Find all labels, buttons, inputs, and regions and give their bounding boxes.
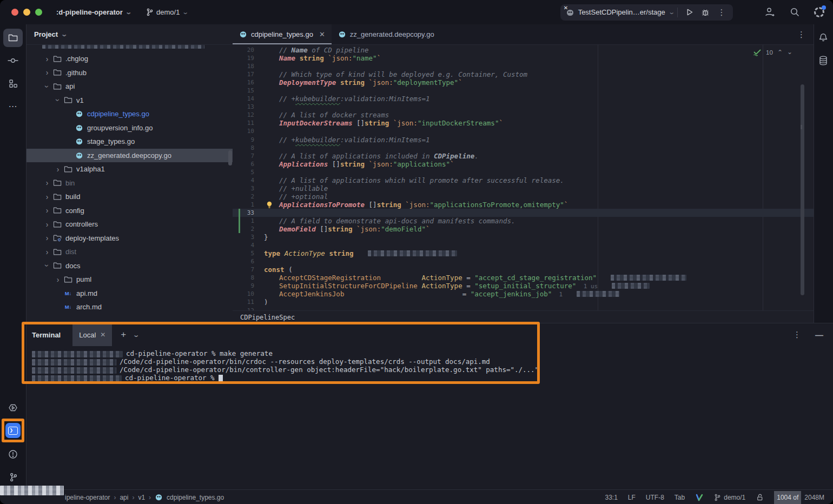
tree-item-dist[interactable]: ›dist — [27, 245, 233, 259]
hide-terminal-button[interactable]: — — [815, 330, 823, 340]
indent-style[interactable]: Tab — [675, 494, 685, 501]
code-line[interactable]: 6Applications []string `json:"applicatio… — [233, 160, 814, 168]
inspection-widget[interactable]: 10 ⌃ ⌃ — [753, 49, 792, 56]
chevron-right-icon[interactable]: › — [42, 206, 52, 215]
code-line-caret[interactable]: 33 — [233, 209, 814, 217]
tree-item-cdpipeline_types.go[interactable]: cdpipeline_types.go — [27, 107, 233, 121]
code-line[interactable]: 7// A list of applications included in C… — [233, 152, 814, 160]
code-lines[interactable]: 20// Name of CD pipeline19Name string `j… — [233, 46, 814, 310]
terminal-output[interactable]: cd-pipeline-operator % make generate/Cod… — [27, 346, 833, 382]
project-panel-header[interactable]: Project ⌄ — [27, 24, 233, 45]
run-tool-button[interactable] — [3, 399, 23, 417]
chevron-right-icon[interactable]: › — [42, 178, 52, 187]
code-line[interactable]: 4 — [233, 241, 814, 249]
code-line[interactable]: 11InputDockerStreams []string `json:"inp… — [233, 119, 814, 127]
search-icon[interactable] — [790, 7, 800, 17]
code-line[interactable]: 1// A field to demonstrate api-docs and … — [233, 217, 814, 225]
code-line[interactable]: 11) — [233, 298, 814, 306]
code-line[interactable]: 10 — [233, 127, 814, 135]
code-line[interactable]: 9// +kubebuilder:validation:MinItems=1 — [233, 136, 814, 144]
file-encoding[interactable]: UTF-8 — [646, 494, 664, 501]
code-line[interactable]: 9SetupInitialStructureForCDPipeline Acti… — [233, 282, 814, 290]
terminal-tool-button[interactable] — [3, 421, 23, 440]
tab-cdpipeline-types[interactable]: cdpipeline_types.go ✕ — [233, 24, 332, 44]
more-tools-button[interactable]: ⋯ — [3, 97, 23, 115]
tree-item-v1alpha1[interactable]: ›v1alpha1 — [27, 162, 233, 176]
code-line[interactable]: 13 — [233, 103, 814, 111]
editor-scrollbar-thumb[interactable] — [801, 84, 804, 295]
tree-item-v1[interactable]: ›v1 — [27, 94, 233, 108]
tree-item-.chglog[interactable]: ›.chglog — [27, 52, 233, 66]
chevron-right-icon[interactable]: › — [42, 220, 52, 229]
line-separator[interactable]: LF — [628, 494, 636, 501]
close-terminal-tab-icon[interactable]: ✕ — [100, 331, 105, 339]
tree-item-redacted[interactable] — [27, 45, 233, 52]
code-line[interactable]: 14// +kubebuilder:validation:MinItems=1 — [233, 95, 814, 103]
code-line[interactable]: 12// A list of docker streams — [233, 111, 814, 119]
code-line[interactable]: 1ApplicationsToPromote []string `json:"a… — [233, 201, 814, 209]
proofread-check-icon[interactable] — [695, 494, 704, 501]
editor-options-button[interactable]: ⋮ — [789, 24, 814, 44]
tree-item-api[interactable]: ›api — [27, 79, 233, 94]
minimize-window-button[interactable] — [23, 9, 30, 16]
prev-problem-icon[interactable]: ⌃ — [777, 49, 783, 56]
status-branch-widget[interactable]: demo/1 — [714, 494, 745, 501]
code-line[interactable]: 8 — [233, 144, 814, 152]
close-tab-icon[interactable]: ✕ — [319, 30, 325, 38]
chevron-right-icon[interactable]: › — [53, 275, 63, 284]
next-problem-icon[interactable]: ⌃ — [787, 48, 792, 55]
code-line[interactable]: 15 — [233, 87, 814, 95]
code-line[interactable]: 19Name string `json:"name"` — [233, 54, 814, 62]
code-line[interactable]: 10AcceptJenkinsJob = "accept_jenkins_job… — [233, 290, 814, 298]
branch-widget[interactable]: demo/1 ⌄ — [146, 8, 188, 16]
run-configuration-name[interactable]: TestSetCDPipelin…er/stage — [578, 8, 665, 16]
run-button[interactable] — [681, 5, 697, 19]
code-line[interactable]: 20// Name of CD pipeline — [233, 46, 814, 54]
new-terminal-button[interactable]: + — [121, 329, 126, 340]
memory-indicator[interactable]: 1004 of 2048M — [774, 490, 828, 504]
editor-breadcrumb[interactable]: CDPipelineSpec — [233, 310, 814, 323]
chevron-right-icon[interactable]: › — [53, 165, 63, 174]
add-user-icon[interactable] — [764, 7, 776, 17]
tree-item-stage_types.go[interactable]: stage_types.go — [27, 135, 233, 149]
commit-tool-button[interactable] — [3, 51, 23, 70]
intention-bulb-icon[interactable] — [266, 201, 273, 209]
tree-item-docs[interactable]: ›docs — [27, 259, 233, 273]
code-line[interactable]: 8AcceptCDStageRegistration ActionType = … — [233, 274, 814, 282]
tree-item-build[interactable]: ›build — [27, 190, 233, 204]
tree-item-api.md[interactable]: M↓api.md — [27, 287, 233, 301]
code-line[interactable]: 4// A list of applications which will pr… — [233, 176, 814, 184]
project-tool-button[interactable] — [3, 29, 23, 47]
code-line[interactable]: 6 — [233, 257, 814, 266]
breadcrumb-segment[interactable]: cdpipeline_types.go — [167, 494, 224, 501]
chevron-down-icon[interactable]: › — [54, 95, 62, 105]
project-title-widget[interactable]: :d-pipeline-operator ⌄ — [56, 8, 131, 16]
code-line[interactable]: 2// +optional — [233, 193, 814, 201]
caret-position[interactable]: 33:1 — [605, 494, 617, 501]
code-editor[interactable]: 20// Name of CD pipeline19Name string `j… — [233, 45, 814, 310]
code-line[interactable]: 16DeploymentType string `json:"deploymen… — [233, 78, 814, 87]
chevron-down-icon[interactable]: › — [43, 261, 51, 270]
tab-zz-generated-deepcopy[interactable]: zz_generated.deepcopy.go — [332, 24, 441, 44]
code-line[interactable]: 3} — [233, 233, 814, 241]
breadcrumb-segment[interactable]: v1 — [138, 494, 145, 501]
tree-item-controllers[interactable]: ›controllers — [27, 217, 233, 231]
code-line[interactable]: 2DemoField []string `json:"demoField"` — [233, 225, 814, 233]
code-line[interactable]: 5 — [233, 168, 814, 176]
chevron-right-icon[interactable]: › — [42, 248, 52, 256]
maximize-window-button[interactable] — [35, 9, 42, 16]
code-line[interactable]: 18 — [233, 62, 814, 70]
unlocked-icon[interactable] — [756, 493, 764, 501]
code-line[interactable]: 12 — [233, 307, 814, 311]
breadcrumb-segment[interactable]: api — [120, 494, 128, 501]
tree-item-arch.md[interactable]: M↓arch.md — [27, 300, 233, 314]
close-window-button[interactable] — [11, 9, 18, 16]
notifications-tool-button[interactable] — [818, 31, 829, 42]
chevron-right-icon[interactable]: › — [42, 68, 52, 77]
tree-scrollbar-thumb[interactable] — [228, 150, 232, 165]
tree-item-puml[interactable]: ›puml — [27, 273, 233, 287]
problems-tool-button[interactable] — [3, 445, 23, 463]
window-controls[interactable] — [11, 9, 42, 16]
code-line[interactable]: 17// Which type of kind will be deployed… — [233, 70, 814, 78]
code-line[interactable]: 7const ( — [233, 266, 814, 274]
